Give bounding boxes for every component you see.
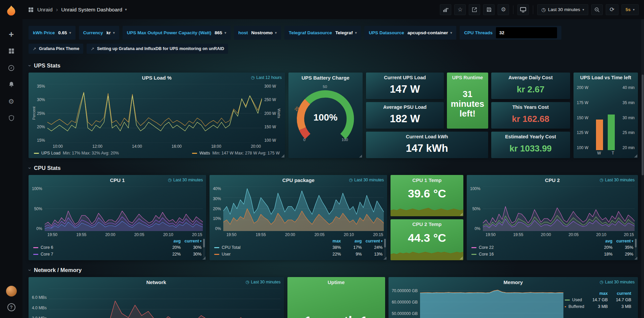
legend-col-current[interactable]: current▾ (612, 238, 633, 244)
legend-item[interactable]: UPS LoadMin: 17% Max: 32% Avg: 20% (34, 151, 119, 155)
variable-value-dropdown[interactable]: Telegraf▾ (335, 30, 357, 35)
ups-load-chart[interactable] (47, 84, 262, 143)
plus-icon: + (9, 30, 14, 39)
panel-title[interactable]: Memory (504, 279, 523, 285)
legend-scrollbar-thumb[interactable] (203, 239, 205, 247)
axis-tick-label: 0% (32, 226, 42, 231)
legend-row[interactable]: User22%9%13% (214, 251, 382, 258)
variable-label: Currency (83, 30, 103, 35)
panel-resize-handle[interactable] (634, 154, 637, 157)
sidebar-help-button[interactable]: ? (2, 300, 20, 315)
cpu-2-chart[interactable] (483, 186, 635, 231)
link-ups-monitoring-guide[interactable]: ↗ Setting up Grafana and InfluxDB for UP… (87, 44, 228, 54)
legend-scrollbar-thumb[interactable] (635, 239, 637, 247)
panel-title[interactable]: CPU package (282, 177, 315, 183)
panel-title[interactable]: CPU 2 Temp (412, 221, 442, 227)
dashboard-settings-button[interactable]: ⚙ (498, 4, 509, 15)
variable-value-dropdown[interactable]: apcupsd-container▾ (407, 30, 452, 35)
sidebar-create-button[interactable]: + (2, 27, 20, 42)
row-header-ups-stats[interactable]: › UPS Stats (29, 61, 638, 70)
variable-value-dropdown[interactable]: kr▾ (106, 30, 115, 35)
legend-row[interactable]: Core 620%30% (33, 244, 201, 251)
panel-title[interactable]: UPS Runtime (452, 75, 483, 80)
panel-resize-handle[interactable] (202, 256, 205, 260)
legend-scrollbar[interactable] (635, 239, 637, 258)
breadcrumb-dashboard[interactable]: Unraid System Dashboard (61, 7, 122, 13)
legend-col-max[interactable]: max (320, 238, 341, 244)
cpu-threads-input[interactable] (496, 27, 557, 38)
panel-title[interactable]: This Years Cost (512, 104, 549, 110)
panel-title[interactable]: Uptime (328, 279, 345, 285)
panel-title[interactable]: Current Load kWh (406, 134, 448, 139)
caret-down-icon[interactable]: ▾ (125, 7, 127, 12)
panel-resize-handle[interactable] (459, 212, 463, 216)
legend-row[interactable]: CPU Total38%17%24% (214, 244, 382, 251)
variable-value-dropdown[interactable]: Nostromo▾ (251, 30, 277, 35)
panel-title[interactable]: CPU 2 (545, 177, 560, 183)
sidebar-configuration-button[interactable]: ⚙ (2, 94, 20, 109)
legend-col-avg[interactable]: avg (160, 238, 181, 244)
legend-row[interactable]: Buffered3 MB3 MB (565, 303, 631, 310)
legend-col-current[interactable]: current (608, 290, 631, 297)
time-range-picker[interactable]: ◷ Last 30 minutes ▾ (537, 4, 588, 15)
page-scrollbar[interactable] (641, 19, 644, 318)
sidebar-alerting-button[interactable] (2, 77, 20, 92)
legend-row[interactable]: Used14.7 GB14.7 GB (565, 297, 631, 303)
panel-resize-handle[interactable] (281, 154, 284, 157)
share-button[interactable] (469, 4, 480, 15)
panel-title[interactable]: Average Daily Cost (508, 75, 553, 80)
variable-value-dropdown[interactable]: 0.65▾ (58, 30, 71, 35)
panel-title[interactable]: CPU 1 (110, 177, 125, 183)
legend-row[interactable]: Core 722%30% (33, 251, 201, 258)
panel-resize-handle[interactable] (634, 256, 637, 260)
panel-title[interactable]: UPS Battery Charge (302, 75, 350, 81)
panel-title[interactable]: UPS Load % (142, 75, 172, 81)
axis-tick-label: 20:00 (541, 232, 551, 238)
legend-row[interactable]: Core 2220%35% (471, 244, 633, 251)
legend-col-current[interactable]: current▾ (362, 238, 382, 244)
row-header-cpu-stats[interactable]: › CPU Stats (29, 164, 638, 172)
legend-col-avg[interactable]: avg (341, 238, 362, 244)
legend-scrollbar[interactable] (203, 239, 205, 258)
dashboard-picker-button[interactable] (28, 7, 34, 13)
breadcrumb-folder[interactable]: Unraid (37, 7, 53, 13)
link-grafana-plex-theme[interactable]: ↗ Grafana Plex Theme (29, 44, 83, 54)
panel-title[interactable]: Estimated Yearly Cost (505, 134, 556, 139)
save-button[interactable] (483, 4, 495, 15)
grafana-logo[interactable] (4, 3, 19, 18)
panel-title[interactable]: UPS Load vs Time left (580, 75, 631, 80)
legend-scrollbar[interactable] (384, 239, 386, 258)
cpu-package-chart[interactable] (223, 186, 384, 231)
sidebar-explore-button[interactable] (2, 60, 20, 75)
sidebar-admin-button[interactable] (2, 111, 20, 126)
panel-resize-handle[interactable] (383, 256, 386, 260)
variable-value-dropdown[interactable]: 865▾ (215, 30, 226, 35)
panel-resize-handle[interactable] (359, 154, 362, 157)
zoom-out-button[interactable] (591, 4, 603, 15)
legend-scrollbar-thumb[interactable] (384, 239, 386, 247)
add-panel-button[interactable] (440, 4, 451, 15)
panel-title[interactable]: Current UPS Load (384, 75, 426, 80)
row-header-network-memory[interactable]: › Network / Memory (29, 266, 638, 274)
panel-title[interactable]: Network (146, 279, 166, 285)
chart-legend-table: avg current▾ Core 620%30%Core 722%30% (29, 238, 206, 260)
panel-title[interactable]: Average PSU Load (383, 104, 426, 110)
network-chart[interactable] (49, 288, 281, 318)
legend-row[interactable]: Core 1618%29% (471, 251, 633, 258)
panel-resize-handle[interactable] (459, 256, 463, 260)
legend-col-current[interactable]: current▾ (181, 238, 201, 244)
refresh-interval-picker[interactable]: 5s ▾ (622, 4, 639, 15)
star-button[interactable]: ☆ (454, 4, 466, 15)
refresh-button[interactable]: ⟳ (606, 4, 618, 15)
memory-chart[interactable] (420, 288, 563, 318)
ups-load-vs-time-bars[interactable] (591, 85, 620, 150)
legend-col-max[interactable]: max (584, 290, 608, 297)
legend-col-avg[interactable]: avg (592, 238, 612, 244)
sidebar-profile-button[interactable] (2, 284, 20, 299)
cpu-1-chart[interactable] (45, 186, 203, 231)
panel-title[interactable]: CPU 1 Temp (412, 177, 442, 183)
cycle-view-button[interactable] (517, 4, 529, 15)
legend-item[interactable]: WattsMin: 147 W Max: 278 W Avg: 175 W (192, 151, 280, 155)
page-scrollbar-thumb[interactable] (642, 75, 644, 175)
sidebar-dashboards-button[interactable] (2, 44, 20, 58)
